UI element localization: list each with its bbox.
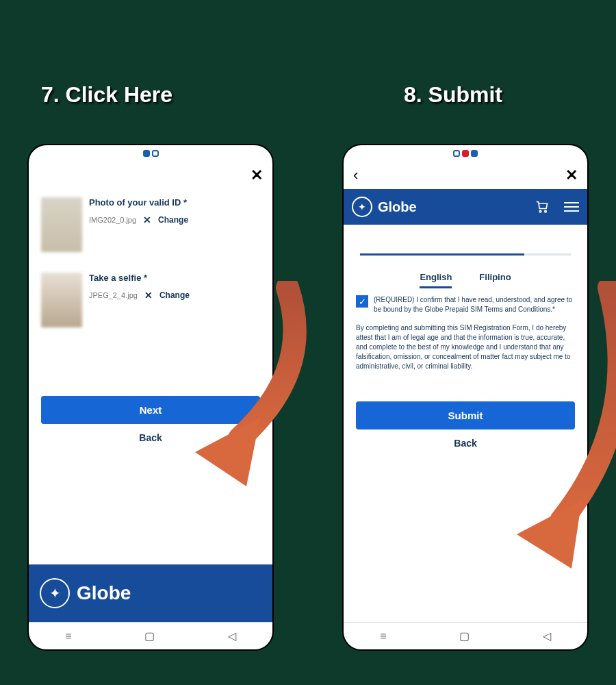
attestation-text: By completing and submitting this SIM Re… [356,323,575,371]
globe-header: ✦ Globe [344,189,587,225]
change-id-button[interactable]: Change [158,215,188,225]
globe-wordmark: Globe [378,199,527,215]
menu-icon[interactable] [564,202,579,212]
id-filename: IMG202_0.jpg [89,216,136,224]
android-nav-bar: ≡ ▢ ◁ [29,622,272,649]
cart-icon[interactable] [532,197,552,216]
home-icon[interactable]: ▢ [459,630,470,643]
next-button[interactable]: Next [41,396,260,424]
tab-english[interactable]: English [420,272,452,288]
globe-logo-icon: ✦ [40,578,70,608]
back-button[interactable]: Back [356,429,575,457]
globe-logo-icon: ✦ [352,197,372,217]
phone-step-7: ✕ Photo of your valid ID * IMG202_0.jpg … [27,144,274,651]
valid-id-label: Photo of your valid ID * [89,197,188,208]
recent-apps-icon[interactable]: ≡ [380,630,386,643]
language-tabs: English Filipino [356,272,575,288]
svg-point-0 [539,210,541,212]
required-consent-text: (REQUIRED) I confirm that I have read, u… [374,295,575,314]
status-bar [344,145,587,162]
globe-footer: ✦ Globe [29,564,272,622]
back-button[interactable]: Back [41,424,260,451]
home-icon[interactable]: ▢ [144,630,155,643]
back-nav-icon[interactable]: ◁ [228,630,236,643]
step-7-label: 7. Click Here [41,82,172,108]
phone-step-8: ‹ ✕ ✦ Globe English Filipino ✓ (REQUIRED… [342,144,589,651]
status-bar [29,145,272,162]
svg-point-1 [545,210,547,212]
upload-form: Photo of your valid ID * IMG202_0.jpg ✕ … [29,189,272,564]
remove-id-icon[interactable]: ✕ [143,214,151,225]
remove-selfie-icon[interactable]: ✕ [144,290,153,301]
back-chevron-icon[interactable]: ‹ [353,166,358,184]
submit-button[interactable]: Submit [356,401,575,429]
progress-bar [360,253,571,256]
consent-form: English Filipino ✓ (REQUIRED) I confirm … [344,225,587,622]
selfie-label: Take a selfie * [89,273,190,283]
globe-wordmark: Globe [77,582,131,604]
webview-top-bar: ✕ [29,162,272,189]
close-icon[interactable]: ✕ [565,166,578,184]
close-icon[interactable]: ✕ [251,166,263,184]
selfie-thumbnail [41,273,82,327]
back-nav-icon[interactable]: ◁ [543,630,551,643]
android-nav-bar: ≡ ▢ ◁ [344,622,587,649]
tab-filipino[interactable]: Filipino [479,272,511,288]
step-8-label: 8. Submit [404,82,502,108]
id-photo-thumbnail [41,197,82,252]
required-checkbox[interactable]: ✓ [356,295,368,308]
change-selfie-button[interactable]: Change [159,290,190,300]
selfie-filename: JPEG_2_4.jpg [89,291,138,299]
recent-apps-icon[interactable]: ≡ [65,630,71,643]
webview-top-bar: ‹ ✕ [344,162,587,189]
